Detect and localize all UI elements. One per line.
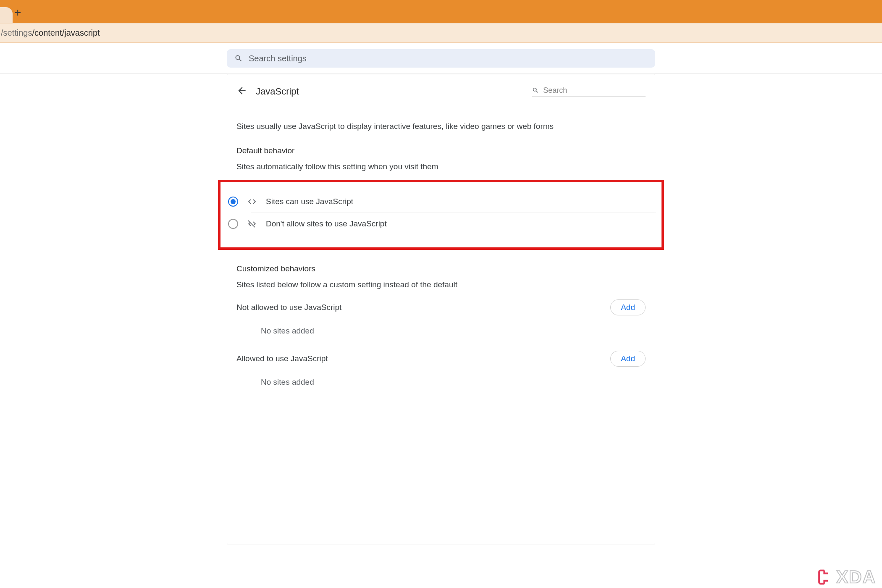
radio-allow-label: Sites can use JavaScript	[266, 197, 353, 206]
page-description: Sites usually use JavaScript to display …	[236, 122, 646, 131]
arrow-left-icon	[236, 85, 247, 96]
settings-panel: JavaScript Sites usually use JavaScript …	[227, 74, 655, 544]
xda-watermark: XDA	[817, 567, 876, 587]
url-text: /settings/content/javascript	[0, 28, 100, 38]
new-tab-button[interactable]: +	[14, 7, 21, 18]
blocked-list-label: Not allowed to use JavaScript	[236, 303, 341, 312]
radio-unselected-icon	[228, 219, 238, 229]
search-settings-input[interactable]: Search settings	[227, 49, 655, 68]
default-behavior-description: Sites automatically follow this setting …	[236, 162, 646, 171]
allowed-list-label: Allowed to use JavaScript	[236, 354, 328, 363]
code-off-icon	[247, 219, 257, 228]
address-bar[interactable]: /settings/content/javascript	[0, 23, 882, 43]
browser-tab-strip: +	[0, 0, 882, 23]
xda-logo-mark-icon	[817, 568, 835, 586]
page-title: JavaScript	[256, 86, 299, 97]
blocked-empty-text: No sites added	[261, 326, 646, 336]
search-icon	[532, 87, 539, 94]
search-settings-placeholder: Search settings	[249, 54, 307, 63]
panel-search-input[interactable]	[543, 86, 646, 95]
code-icon	[247, 197, 257, 206]
active-tab-edge	[0, 7, 13, 23]
default-behavior-highlight: Sites can use JavaScript Don't allow sit…	[218, 180, 664, 250]
radio-selected-icon	[228, 197, 238, 207]
xda-logo-text: XDA	[836, 567, 876, 587]
radio-block-js[interactable]: Don't allow sites to use JavaScript	[226, 213, 656, 235]
allowed-empty-text: No sites added	[261, 378, 646, 387]
radio-allow-js[interactable]: Sites can use JavaScript	[226, 191, 656, 213]
add-allowed-button[interactable]: Add	[610, 351, 646, 367]
default-behavior-title: Default behavior	[236, 146, 646, 155]
add-blocked-button[interactable]: Add	[610, 299, 646, 315]
search-settings-bar: Search settings	[0, 43, 882, 74]
content-area: Search settings JavaScript Sites usually…	[0, 43, 882, 588]
panel-search[interactable]	[532, 86, 646, 97]
customized-description: Sites listed below follow a custom setti…	[236, 280, 646, 289]
search-icon	[234, 54, 243, 63]
radio-block-label: Don't allow sites to use JavaScript	[266, 219, 387, 228]
customized-title: Customized behaviors	[236, 264, 646, 273]
back-button[interactable]	[236, 85, 247, 97]
